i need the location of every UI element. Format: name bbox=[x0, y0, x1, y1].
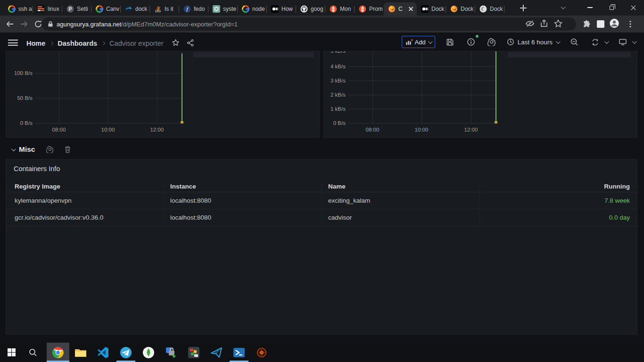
new-tab-button[interactable] bbox=[519, 3, 528, 13]
dashboard-settings-button[interactable] bbox=[486, 36, 497, 48]
cookies-blocked-eye-icon[interactable] bbox=[525, 19, 536, 29]
x-axis-tick-label: 12:00 bbox=[461, 127, 481, 132]
taskbar-app-telegram[interactable] bbox=[115, 343, 137, 362]
tab-search-chevron-icon[interactable] bbox=[561, 5, 567, 8]
taskbar-app-remotedesktop[interactable] bbox=[182, 343, 205, 362]
menu-hamburger-icon[interactable] bbox=[8, 40, 18, 46]
tab-title: dock bbox=[135, 6, 149, 12]
share-icon[interactable] bbox=[539, 19, 550, 29]
save-dashboard-button[interactable] bbox=[445, 36, 456, 48]
taskbar-app-locktool[interactable] bbox=[160, 343, 182, 362]
browser-menu-icon[interactable] bbox=[625, 19, 636, 29]
github-favicon bbox=[300, 5, 308, 13]
chart-panel-network-transmit[interactable]: 4 kB/s3 kB/s2 kB/s1 kB/s0 B/s5 kB/s08:00… bbox=[323, 51, 637, 138]
tab-close-icon[interactable] bbox=[408, 6, 414, 12]
window-minimize-button[interactable] bbox=[579, 0, 601, 15]
row-delete-trash-icon[interactable] bbox=[64, 146, 72, 153]
y-axis-tick-label: 50 B/s bbox=[11, 95, 33, 101]
window-close-button[interactable] bbox=[622, 0, 644, 15]
forward-button[interactable] bbox=[19, 19, 29, 29]
favorite-star-icon[interactable] bbox=[172, 39, 180, 48]
y-axis-tick-label: 1 kB/s bbox=[324, 106, 346, 112]
bookmark-star-icon[interactable] bbox=[553, 19, 564, 29]
cycle-view-mode-button[interactable] bbox=[617, 36, 628, 48]
url-text: agungsurya.grafana.net/d/pMEd7m0Mz/cadvi… bbox=[57, 21, 238, 28]
browser-tab[interactable]: How bbox=[267, 2, 296, 16]
browser-tab[interactable]: goog bbox=[296, 2, 325, 16]
tab-title: Mon bbox=[340, 6, 354, 12]
side-panel-extension-icon[interactable] bbox=[595, 19, 606, 29]
dashboard-insights-button[interactable] bbox=[465, 36, 477, 48]
cell-instance: localhost:8080 bbox=[164, 209, 322, 226]
chatgpt-favicon bbox=[213, 5, 220, 13]
browser-tab[interactable]: ssh a bbox=[4, 2, 33, 16]
column-header[interactable]: Running bbox=[480, 181, 638, 192]
cell-instance: localhost:8080 bbox=[164, 192, 322, 209]
browser-tab[interactable]: Dock bbox=[446, 2, 475, 16]
browser-tab[interactable]: dock bbox=[121, 2, 150, 16]
tab-title: goog bbox=[311, 6, 325, 12]
browser-tab[interactable]: node bbox=[238, 2, 267, 16]
breadcrumb-home[interactable]: Home bbox=[26, 40, 45, 47]
profile-avatar[interactable] bbox=[609, 18, 619, 28]
chart-panel-network-receive[interactable]: 100 B/s50 B/s0 B/s08:0010:0012:00 bbox=[6, 51, 320, 138]
column-header[interactable]: Instance bbox=[164, 181, 322, 192]
taskbar-app-chrome[interactable] bbox=[47, 343, 69, 362]
add-chart-icon bbox=[405, 39, 413, 46]
medium-favicon bbox=[271, 5, 279, 13]
time-range-picker[interactable]: Last 6 hours bbox=[507, 38, 559, 46]
extensions-puzzle-icon[interactable] bbox=[581, 19, 592, 29]
breadcrumb-dashboards[interactable]: Dashboards bbox=[58, 40, 97, 47]
browser-tab[interactable]: Canv bbox=[91, 2, 121, 16]
tab-title: fedo bbox=[194, 6, 208, 12]
y-axis-tick-label: 0 B/s bbox=[11, 120, 33, 126]
tab-title: node bbox=[252, 6, 266, 12]
browser-tab[interactable]: PSetti bbox=[62, 2, 91, 16]
tab-title: linux bbox=[48, 6, 62, 12]
column-header[interactable]: Registry Image bbox=[6, 181, 164, 192]
taskbar-app-vscode[interactable] bbox=[92, 343, 115, 362]
browser-tab-active[interactable]: C bbox=[384, 2, 417, 16]
collapse-chevron-icon[interactable] bbox=[11, 147, 16, 151]
add-panel-button[interactable]: Add bbox=[402, 36, 435, 48]
browser-tab[interactable]: ffedo bbox=[179, 2, 208, 16]
taskbar-search-button[interactable] bbox=[23, 343, 43, 362]
browser-tab[interactable]: linux bbox=[33, 2, 62, 16]
series-baseline-marker bbox=[181, 121, 183, 123]
misc-section-title[interactable]: Misc bbox=[19, 145, 35, 154]
y-axis-tick-label: 100 B/s bbox=[11, 70, 33, 76]
grafana-favicon bbox=[450, 5, 458, 13]
browser-tab[interactable]: Dock bbox=[475, 2, 504, 16]
row-settings-gear-icon[interactable] bbox=[46, 146, 54, 153]
refresh-dashboard-button[interactable] bbox=[589, 36, 601, 48]
tab-title: C bbox=[398, 6, 405, 12]
column-header[interactable]: Name bbox=[322, 181, 480, 192]
google-favicon bbox=[8, 5, 16, 13]
browser-tab[interactable]: Dock bbox=[417, 2, 446, 16]
fedora-favicon: f bbox=[183, 5, 191, 13]
grid-line-v bbox=[157, 51, 157, 123]
browser-tab[interactable]: Prom bbox=[355, 2, 384, 16]
restore-icon bbox=[610, 6, 614, 10]
cell-name: exciting_kalam bbox=[322, 192, 480, 209]
panel-title[interactable]: Containers Info bbox=[14, 165, 60, 173]
grid-line-h bbox=[35, 123, 182, 123]
back-button[interactable] bbox=[5, 19, 15, 29]
window-restore-button[interactable] bbox=[601, 0, 622, 15]
taskbar-app-mongodb[interactable] bbox=[137, 343, 160, 362]
refresh-interval-chevron-icon[interactable] bbox=[604, 39, 609, 44]
browser-tab[interactable]: Is it bbox=[150, 2, 179, 16]
address-bar[interactable]: agungsurya.grafana.net/d/pMEd7m0Mz/cadvi… bbox=[41, 17, 576, 31]
taskbar-app-paperplane[interactable] bbox=[205, 343, 228, 362]
taskbar-app-game[interactable] bbox=[250, 343, 273, 362]
grid-line-h bbox=[348, 95, 496, 95]
taskbar-app-file-explorer[interactable] bbox=[69, 343, 92, 362]
zoom-out-time-button[interactable] bbox=[569, 36, 580, 48]
browser-tab[interactable]: syste bbox=[208, 2, 238, 16]
table-header-row: Registry ImageInstanceNameRunning bbox=[6, 181, 638, 192]
share-dashboard-icon[interactable] bbox=[187, 39, 194, 48]
browser-tab[interactable]: Mon bbox=[325, 2, 355, 16]
start-button[interactable] bbox=[0, 343, 23, 362]
taskbar-app-powershell[interactable] bbox=[228, 343, 250, 362]
google-favicon bbox=[96, 5, 103, 13]
